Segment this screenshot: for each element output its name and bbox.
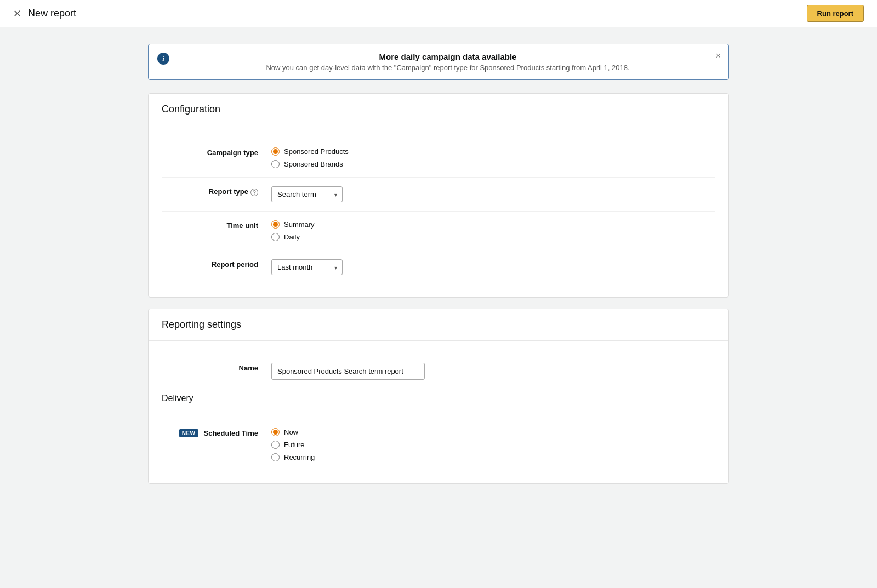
campaign-type-label: Campaign type (162, 147, 271, 157)
name-control (271, 363, 715, 380)
main-content: i More daily campaign data available Now… (137, 27, 740, 511)
report-type-help-icon[interactable]: ? (250, 189, 258, 196)
info-banner-subtitle: Now you can get day-level data with the … (176, 64, 720, 72)
report-type-control: Search term Campaign Keyword Product Ads… (271, 186, 715, 202)
report-period-row: Report period Last month Last 7 days Las… (162, 250, 715, 284)
campaign-type-sb-label: Sponsored Brands (284, 160, 343, 168)
campaign-type-sb-radio[interactable] (271, 160, 280, 168)
info-icon: i (157, 53, 169, 65)
report-type-row: Report type ? Search term Campaign Keywo… (162, 178, 715, 212)
scheduled-time-radio-group: Now Future Recurring (271, 428, 715, 461)
time-unit-row: Time unit Summary Daily (162, 212, 715, 250)
name-row: Name (162, 354, 715, 389)
time-unit-daily[interactable]: Daily (271, 233, 715, 241)
campaign-type-sp-radio[interactable] (271, 147, 280, 156)
report-type-select[interactable]: Search term Campaign Keyword Product Ads… (271, 186, 343, 202)
close-icon[interactable]: ✕ (13, 9, 21, 19)
time-unit-control: Summary Daily (271, 220, 715, 241)
campaign-type-radio-group: Sponsored Products Sponsored Brands (271, 147, 715, 168)
configuration-title: Configuration (162, 104, 220, 115)
reporting-settings-card: Reporting settings Name Delivery NEW Sch… (148, 309, 729, 484)
time-unit-radio-group: Summary Daily (271, 220, 715, 241)
new-badge: NEW (179, 429, 198, 437)
reporting-settings-card-header: Reporting settings (149, 309, 728, 341)
reporting-settings-title: Reporting settings (162, 319, 241, 330)
delivery-future-radio[interactable] (271, 441, 280, 449)
delivery-section: Delivery NEW Scheduled Time Now (162, 389, 715, 470)
report-period-select[interactable]: Last month Last 7 days Last 14 days Last… (271, 259, 343, 275)
report-type-label: Report type ? (162, 186, 271, 196)
campaign-type-sp-label: Sponsored Products (284, 147, 349, 156)
configuration-card: Configuration Campaign type Sponsored Pr… (148, 93, 729, 298)
time-unit-summary-label: Summary (284, 220, 315, 229)
time-unit-daily-radio[interactable] (271, 233, 280, 241)
info-banner-content: More daily campaign data available Now y… (176, 52, 720, 72)
campaign-type-row: Campaign type Sponsored Products Sponsor… (162, 139, 715, 178)
info-banner-close-button[interactable]: × (716, 51, 721, 61)
delivery-future-label: Future (284, 441, 305, 449)
configuration-card-body: Campaign type Sponsored Products Sponsor… (149, 125, 728, 297)
campaign-type-control: Sponsored Products Sponsored Brands (271, 147, 715, 168)
name-input[interactable] (271, 363, 425, 380)
time-unit-daily-label: Daily (284, 233, 300, 241)
campaign-type-sb[interactable]: Sponsored Brands (271, 160, 715, 168)
delivery-now-label: Now (284, 428, 298, 436)
info-banner: i More daily campaign data available Now… (148, 44, 729, 80)
header-left: ✕ New report (13, 8, 76, 19)
delivery-recurring[interactable]: Recurring (271, 453, 715, 461)
info-banner-title: More daily campaign data available (176, 52, 720, 61)
delivery-now[interactable]: Now (271, 428, 715, 436)
delivery-now-radio[interactable] (271, 428, 280, 436)
reporting-settings-card-body: Name Delivery NEW Scheduled Time (149, 341, 728, 483)
scheduled-time-label: NEW Scheduled Time (162, 428, 271, 437)
run-report-button[interactable]: Run report (807, 5, 864, 22)
scheduled-time-control: Now Future Recurring (271, 428, 715, 461)
delivery-recurring-label: Recurring (284, 453, 315, 461)
time-unit-label: Time unit (162, 220, 271, 230)
name-label: Name (162, 363, 271, 372)
delivery-title: Delivery (162, 393, 715, 410)
scheduled-time-row: NEW Scheduled Time Now Future (162, 419, 715, 470)
report-period-control: Last month Last 7 days Last 14 days Last… (271, 259, 715, 275)
page-title: New report (28, 8, 76, 19)
report-period-select-wrap: Last month Last 7 days Last 14 days Last… (271, 259, 343, 275)
report-period-label: Report period (162, 259, 271, 269)
report-type-select-wrap: Search term Campaign Keyword Product Ads… (271, 186, 343, 202)
header: ✕ New report Run report (0, 0, 877, 27)
info-icon-wrap: i (157, 53, 169, 65)
time-unit-summary-radio[interactable] (271, 220, 280, 229)
delivery-future[interactable]: Future (271, 441, 715, 449)
configuration-card-header: Configuration (149, 94, 728, 125)
delivery-recurring-radio[interactable] (271, 453, 280, 461)
campaign-type-sp[interactable]: Sponsored Products (271, 147, 715, 156)
time-unit-summary[interactable]: Summary (271, 220, 715, 229)
